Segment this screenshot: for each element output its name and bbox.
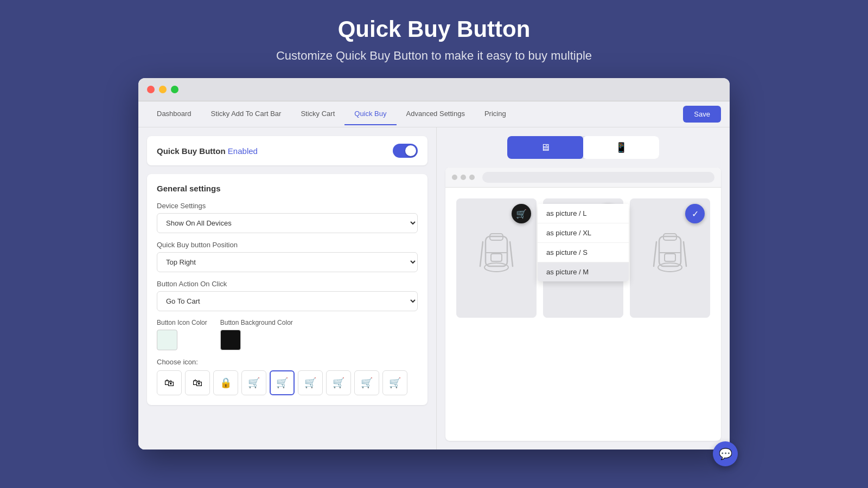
button-action-label: Button Action On Click [157, 280, 418, 288]
preview-area: 🛒 [445, 168, 721, 441]
device-toggle: 🖥 📱 [507, 136, 659, 159]
nav-bar: Dashboard Sticky Add To Cart Bar Sticky … [138, 101, 730, 127]
check-badge-3[interactable]: ✓ [685, 204, 705, 223]
icon-color-swatch[interactable] [157, 330, 177, 350]
product-grid: 🛒 [445, 188, 721, 441]
button-position-label: Quick Buy button Position [157, 241, 418, 249]
preview-browser-bar [445, 168, 721, 188]
bg-color-group: Button Background Color [220, 319, 293, 350]
preview-dot-3 [469, 175, 475, 180]
button-action-group: Button Action On Click Go To Cart Open C… [157, 280, 418, 311]
mobile-icon: 📱 [615, 142, 627, 153]
backpack-icon-1 [475, 231, 518, 285]
tab-quick-buy[interactable]: Quick Buy [344, 103, 396, 125]
icon-btn-2[interactable]: 🔒 [213, 370, 238, 395]
icon-btn-3[interactable]: 🛒 [241, 370, 266, 395]
chat-icon: 💬 [719, 447, 732, 460]
icon-btn-8[interactable]: 🛒 [382, 370, 407, 395]
preview-dot-2 [461, 175, 466, 180]
icon-btn-4[interactable]: 🛒 [270, 370, 295, 395]
icon-grid: 🛍 🛍 🔒 🛒 🛒 🛒 🛒 🛒 🛒 [157, 370, 418, 395]
device-settings-group: Device Settings Show On All Devices Desk… [157, 202, 418, 233]
quick-buy-header: Quick Buy Button Enabled [147, 136, 427, 165]
icon-btn-0[interactable]: 🛍 [157, 370, 182, 395]
icon-btn-5[interactable]: 🛒 [298, 370, 323, 395]
save-button[interactable]: Save [683, 106, 721, 123]
variant-option-xl[interactable]: as picture / XL [538, 223, 629, 243]
tab-advanced-settings[interactable]: Advanced Settings [397, 103, 475, 125]
page-title: Quick Buy Button [338, 16, 531, 42]
left-panel: Quick Buy Button Enabled General setting… [138, 127, 437, 450]
button-action-select[interactable]: Go To Cart Open Cart Popup Add To Cart [157, 291, 418, 311]
main-content: Quick Buy Button Enabled General setting… [138, 127, 730, 450]
bg-color-label: Button Background Color [220, 319, 293, 326]
variant-option-l[interactable]: as picture / L [538, 204, 629, 223]
product-img-area-3: ✓ [630, 198, 710, 318]
color-row: Button Icon Color Button Background Colo… [157, 319, 418, 350]
variant-option-m[interactable]: as picture / M [538, 262, 629, 281]
tab-sticky-cart[interactable]: Sticky Cart [291, 103, 344, 125]
icon-btn-6[interactable]: 🛒 [326, 370, 351, 395]
preview-url-bar [482, 172, 714, 183]
chat-bubble[interactable]: 💬 [713, 441, 738, 466]
desktop-icon: 🖥 [540, 142, 550, 153]
variant-option-s[interactable]: as picture / S [538, 243, 629, 262]
traffic-light-yellow[interactable] [159, 86, 167, 93]
svg-line-19 [684, 242, 686, 266]
variant-dropdown: as picture / L as picture / XL as pictur… [538, 204, 629, 281]
product-img-area-2: 🛒 as picture / L as picture / XL as pict… [543, 198, 623, 318]
svg-line-4 [480, 242, 483, 266]
svg-point-20 [658, 263, 682, 272]
product-img-area-1: 🛒 [456, 198, 537, 318]
right-panel: 🖥 📱 [437, 127, 730, 450]
icon-btn-1[interactable]: 🛍 [185, 370, 210, 395]
product-card-2: 🛒 as picture / L as picture / XL as pict… [543, 198, 623, 318]
tab-dashboard[interactable]: Dashboard [147, 103, 201, 125]
bg-color-swatch[interactable] [220, 330, 241, 350]
browser-window: Dashboard Sticky Add To Cart Bar Sticky … [138, 78, 730, 450]
svg-line-18 [654, 242, 656, 266]
icon-color-group: Button Icon Color [157, 319, 207, 350]
traffic-light-green[interactable] [171, 86, 178, 93]
button-position-select[interactable]: Top Right Top Left Bottom Right Bottom L… [157, 252, 418, 272]
backpack-icon-3 [648, 231, 692, 285]
tab-sticky-add-to-cart-bar[interactable]: Sticky Add To Cart Bar [201, 103, 291, 125]
button-position-group: Quick Buy button Position Top Right Top … [157, 241, 418, 272]
toggle-switch[interactable] [393, 144, 418, 158]
preview-dot-1 [452, 175, 457, 180]
toggle-slider [393, 144, 418, 158]
nav-tabs: Dashboard Sticky Add To Cart Bar Sticky … [147, 103, 683, 125]
quick-buy-status: Enabled [228, 146, 258, 156]
svg-point-6 [484, 263, 508, 272]
browser-chrome [138, 78, 730, 101]
general-settings-title: General settings [157, 184, 418, 193]
page-subtitle: Customize Quick Buy Button to make it ea… [276, 49, 592, 63]
device-btn-mobile[interactable]: 📱 [583, 136, 659, 159]
choose-icon-label: Choose icon: [157, 358, 418, 366]
traffic-light-red[interactable] [147, 86, 155, 93]
svg-rect-3 [491, 254, 502, 261]
svg-line-5 [510, 242, 513, 266]
icon-color-label: Button Icon Color [157, 319, 207, 326]
cart-badge-1[interactable]: 🛒 [512, 204, 531, 223]
device-settings-label: Device Settings [157, 202, 418, 210]
tab-pricing[interactable]: Pricing [475, 103, 516, 125]
icon-btn-7[interactable]: 🛒 [354, 370, 379, 395]
device-btn-desktop[interactable]: 🖥 [507, 136, 583, 159]
device-settings-select[interactable]: Show On All Devices Desktop Only Mobile … [157, 213, 418, 233]
settings-section: General settings Device Settings Show On… [147, 174, 427, 405]
product-card-1: 🛒 [456, 198, 537, 318]
svg-rect-17 [665, 254, 675, 261]
product-card-3: ✓ [630, 198, 710, 318]
quick-buy-label: Quick Buy Button Enabled [157, 146, 258, 156]
